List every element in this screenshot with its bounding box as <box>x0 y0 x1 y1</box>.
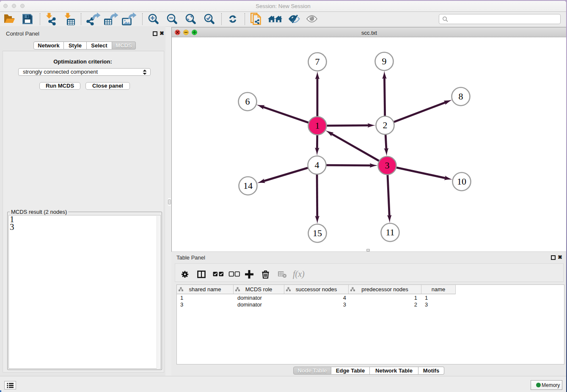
svg-text:3: 3 <box>385 160 390 171</box>
svg-text:1: 1 <box>315 120 320 131</box>
svg-text:9: 9 <box>382 56 387 66</box>
svg-text:4: 4 <box>315 160 319 170</box>
svg-text:14: 14 <box>243 180 253 191</box>
svg-text:11: 11 <box>385 227 394 237</box>
svg-text:10: 10 <box>457 176 466 187</box>
svg-text:15: 15 <box>313 228 322 238</box>
svg-text:2: 2 <box>383 120 388 130</box>
svg-text:6: 6 <box>245 96 250 107</box>
svg-text:7: 7 <box>315 56 320 67</box>
svg-text:8: 8 <box>459 91 463 102</box>
